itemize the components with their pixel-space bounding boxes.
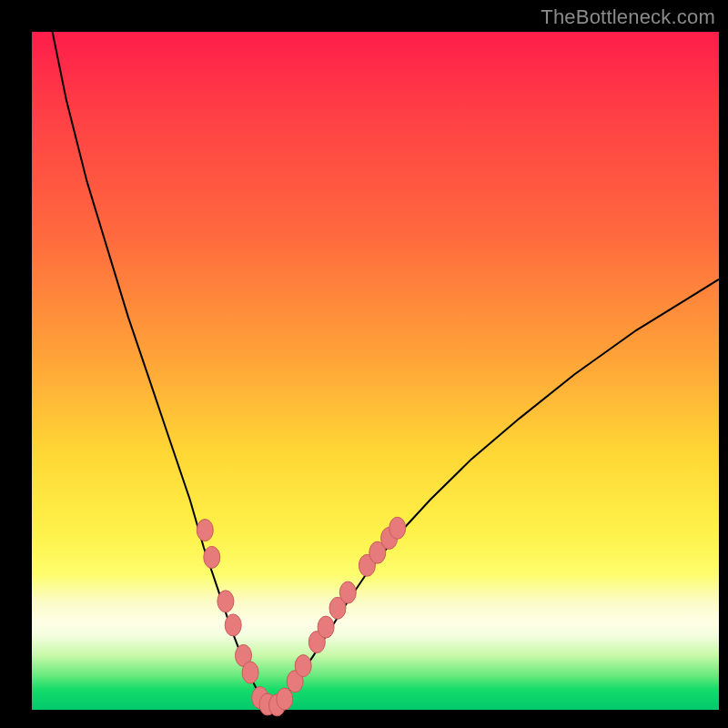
- outer-frame: TheBottleneck.com: [0, 0, 728, 728]
- plot-gradient-area: [32, 32, 719, 710]
- watermark-text: TheBottleneck.com: [541, 5, 715, 29]
